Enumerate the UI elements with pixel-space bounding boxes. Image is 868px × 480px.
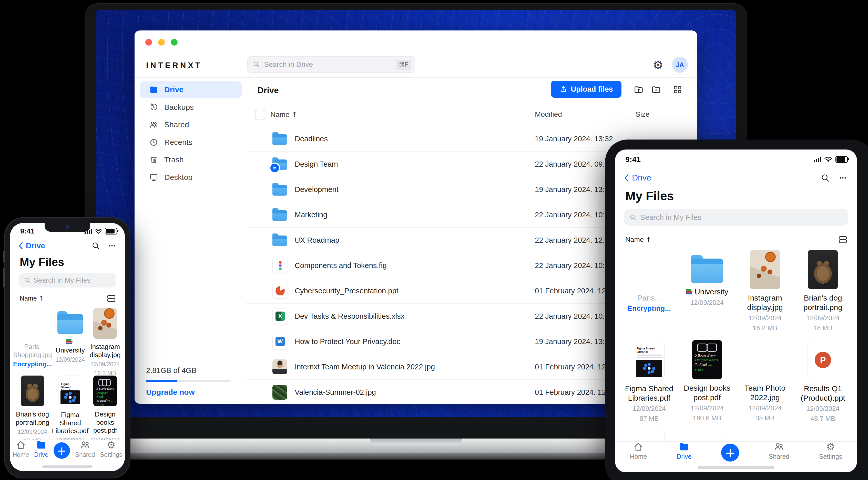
home-indicator[interactable]	[698, 466, 774, 469]
page-title: My Files	[625, 189, 674, 203]
file-tile[interactable]: Brian's dog portrait.png 12/09/2024 18 M…	[797, 250, 848, 340]
nav-item-settings[interactable]: ⚙Settings	[819, 442, 842, 460]
column-size[interactable]: Size	[636, 110, 649, 118]
add-button[interactable]: +	[721, 444, 739, 461]
file-date: 12/09/2024	[797, 314, 848, 322]
more-options-icon[interactable]	[839, 174, 847, 182]
file-tile[interactable]: Instagram display.jpg 12/09/2024 16.2 MB	[739, 250, 790, 340]
back-chevron-icon[interactable]	[623, 174, 630, 182]
list-view-icon[interactable]	[839, 236, 847, 243]
sidebar-item-desktop[interactable]: Desktop	[140, 169, 242, 185]
file-modified-date: 22 January 2024. 10:08	[535, 312, 613, 320]
file-modified-date: 01 February 2024. 12:3	[535, 388, 612, 397]
upload-files-button[interactable]: Upload files	[551, 81, 621, 98]
nav-item-settings[interactable]: ⚙Settings	[100, 440, 122, 458]
folder-icon	[57, 314, 83, 334]
column-modified[interactable]: Modified	[535, 110, 562, 118]
nav-item-home[interactable]: Home	[12, 440, 29, 458]
file-tile[interactable]: Instagram display.jpg 12/09/2024 16.2 MB	[88, 308, 122, 376]
sidebar-item-backups[interactable]: Backups	[140, 99, 242, 115]
search-icon[interactable]	[820, 173, 830, 182]
phone-nav-bar: Drive	[18, 241, 116, 250]
file-thumbnail	[21, 376, 44, 406]
battery-icon	[105, 228, 117, 235]
file-type-icon	[272, 359, 287, 374]
sort-arrow-icon: ↑	[646, 236, 652, 243]
settings-gear-icon[interactable]: ⚙	[653, 59, 663, 71]
nav-item-drive[interactable]: Drive	[34, 440, 49, 458]
file-thumbnail	[21, 308, 44, 339]
file-tile[interactable]: P Results Q1 (Product).ppt 12/09/2024 48…	[797, 340, 848, 430]
window-traffic-lights[interactable]	[145, 39, 178, 45]
close-window-icon[interactable]	[145, 39, 152, 45]
list-view-icon[interactable]	[107, 295, 115, 302]
nav-item-shared[interactable]: Shared	[75, 440, 95, 458]
shared-icon	[80, 440, 91, 450]
file-tile[interactable]: 5 Books EveryDesigner NeedsTo Read VOL. …	[88, 376, 122, 443]
file-thumbnail: Figma SharedLibraries	[58, 376, 82, 407]
back-chevron-icon[interactable]	[18, 242, 24, 250]
avatar[interactable]: JA	[672, 57, 688, 73]
folder-icon	[691, 259, 723, 283]
file-name: Dev Tasks & Responsibilities.xlsx	[295, 312, 404, 320]
upgrade-link[interactable]: Upgrade now	[146, 388, 233, 397]
add-button[interactable]: +	[54, 442, 70, 459]
home-indicator[interactable]	[42, 466, 93, 468]
grid-view-icon[interactable]	[673, 85, 682, 95]
minimize-window-icon[interactable]	[158, 39, 165, 45]
file-modified-date: 01 February 2024. 12:3	[535, 363, 612, 371]
sort-bar: Name ↑	[625, 236, 847, 244]
file-tile[interactable]: Brian's dog portrait.png 12/09/2024 18 M…	[14, 376, 51, 443]
nav-item-shared[interactable]: Shared	[769, 442, 789, 460]
file-name: University	[686, 287, 728, 297]
nav-item-label: Settings	[819, 453, 842, 460]
file-modified-date: 22 January 2024. 12:44	[535, 236, 613, 244]
search-icon	[24, 277, 31, 284]
drive-search-input[interactable]: Search in Drive ⌘F	[247, 56, 415, 73]
nav-item-label: Home	[12, 451, 29, 458]
column-name[interactable]: Name ↑	[270, 110, 298, 119]
sidebar-item-recents[interactable]: Recents	[140, 134, 242, 150]
file-modified-date: 22 January 2024. 09:2	[535, 160, 609, 168]
back-button[interactable]: Drive	[632, 173, 651, 182]
sidebar-item-trash[interactable]: Trash	[140, 151, 242, 168]
file-type-icon	[272, 258, 288, 273]
file-tile[interactable]: Figma SharedLibraries Figma Shared Libra…	[623, 340, 675, 430]
shared-icon	[773, 442, 785, 452]
more-options-icon[interactable]	[108, 242, 116, 250]
search-input[interactable]: Search in My Files	[624, 209, 848, 226]
upload-folder-icon[interactable]	[634, 85, 644, 95]
file-type-icon	[272, 133, 287, 145]
file-name: Cybersecurity_Presentation.ppt	[295, 287, 399, 295]
search-icon[interactable]	[92, 241, 100, 250]
file-tile[interactable]: University 12/09/2024	[686, 250, 728, 340]
back-button[interactable]: Drive	[26, 241, 45, 250]
upload-icon	[559, 85, 567, 93]
laptop-lid-notch	[370, 439, 462, 445]
sidebar-item-drive[interactable]: Drive	[140, 81, 242, 98]
select-all-checkbox[interactable]	[255, 110, 265, 120]
maximize-window-icon[interactable]	[171, 39, 178, 45]
tablet-screen: 9:41 Drive My Files Search in My Files N…	[615, 149, 857, 472]
file-tile[interactable]: 5 Books EveryDesigner NeedsTo Read VOL. …	[681, 340, 733, 430]
nav-item-home[interactable]: Home	[630, 442, 647, 460]
file-type-icon	[272, 283, 288, 299]
file-type-icon: X	[272, 308, 288, 324]
new-folder-icon[interactable]	[651, 85, 661, 95]
nav-item-drive[interactable]: Drive	[677, 442, 691, 460]
sort-by-name[interactable]: Name ↑	[625, 236, 651, 244]
file-tile[interactable]: University 12/09/2024	[52, 308, 88, 376]
search-input[interactable]: Search in My Files	[19, 273, 116, 287]
file-name: Paris...	[627, 294, 671, 303]
drive-icon	[36, 440, 47, 450]
sidebar-item-shared[interactable]: Shared	[140, 116, 242, 133]
file-name: Brian's dog portrait.png	[14, 410, 51, 426]
file-name: Design books post.pdf	[681, 383, 733, 402]
file-tile[interactable]: Paris Shopping.jpg Encrypting...	[13, 308, 52, 376]
file-tile[interactable]: Team Photo 2022.jpg 12/09/2024 35 MB	[739, 340, 790, 430]
file-tile[interactable]: Figma SharedLibraries Figma Shared Libra…	[52, 376, 88, 443]
sort-by-name[interactable]: Name ↑	[20, 295, 44, 302]
file-thumbnail	[634, 250, 664, 289]
file-date: 12/09/2024	[681, 404, 733, 412]
file-tile[interactable]: Paris... Encrypting...	[627, 250, 671, 340]
